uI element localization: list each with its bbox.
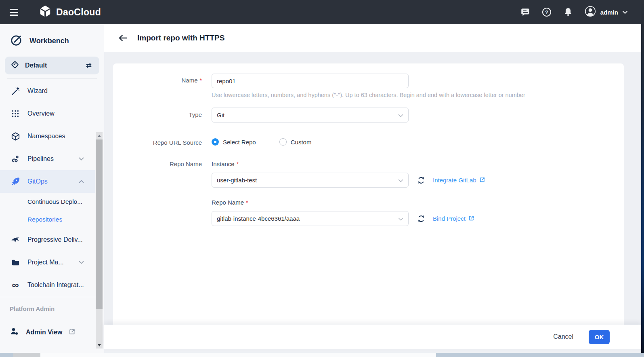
sidebar-item-toolchain-integration[interactable]: ∞ Toolchain Integrat... [0,274,95,296]
sidebar-item-progressive-delivery[interactable]: Progressive Deliv... [0,228,95,251]
name-input[interactable] [212,74,409,88]
type-select[interactable]: Git [212,108,409,123]
user-name: admin [600,9,618,16]
form-row-repo-url-source: Repo URL Source Select Repo Custom [113,135,624,146]
sidebar-item-project-management[interactable]: Project Ma... [0,251,95,274]
admin-user-icon [10,327,19,338]
back-button[interactable] [118,33,128,43]
folder-icon [10,258,20,267]
chevron-down-icon [79,261,84,264]
window-horizontal-scrollbar[interactable] [0,353,644,357]
workbench-icon [10,34,23,48]
scrollbar-down-arrow[interactable] [96,342,103,349]
repo-name-select-value: gitlab-instance-4bce6361/aaaa [217,215,300,222]
instance-field: Instance* user-gitlab-test [212,161,485,188]
sidebar-divider [0,297,97,297]
workspace-icon [10,60,19,71]
instance-select-value: user-gitlab-test [217,177,257,184]
name-label: Name* [113,74,202,98]
sidebar-nav: Wizard Overview [0,80,104,296]
refresh-instances-icon[interactable] [417,176,426,185]
chevron-up-icon [79,180,84,183]
integrate-gitlab-link[interactable]: Integrate GitLab [433,177,485,184]
ok-button[interactable]: OK [589,330,610,344]
user-menu[interactable]: admin [584,5,628,19]
radio-custom-label: Custom [291,139,312,146]
daocloud-cube-icon [38,4,52,20]
form-card: Name* Use lowercase letters, numbers, an… [113,63,624,334]
external-link-icon [479,177,485,184]
cube-icon [10,131,20,141]
sidebar-item-continuous-deployment[interactable]: Continuous Deplo... [0,193,95,211]
sidebar-item-label: Wizard [27,87,48,95]
repo-name-select[interactable]: gitlab-instance-4bce6361/aaaa [212,211,409,226]
sidebar-item-gitops[interactable]: GitOps [0,170,95,193]
radio-on-icon[interactable] [212,138,219,146]
wand-icon [10,86,20,96]
page-titlebar: Import repo with HTTPS [104,24,641,52]
select-chevron-down-icon [398,112,403,119]
sidebar-item-label: Continuous Deplo... [27,198,82,205]
sidebar-item-label: Toolchain Integrat... [27,281,84,289]
help-icon[interactable]: ? [541,7,552,17]
repo-name-field: Repo Name* gitlab-instance-4bce6361/aaaa [212,199,485,226]
external-link-icon [69,328,76,337]
sidebar-item-overview[interactable]: Overview [0,102,95,125]
sidebar-divider [7,78,97,79]
brand-logo[interactable]: DaoCloud [38,4,101,20]
cancel-button[interactable]: Cancel [553,333,573,340]
main-content: Import repo with HTTPS Name* Use lowerca… [104,24,641,353]
sidebar-item-label: Progressive Deliv... [27,236,83,243]
form-footer: Cancel OK [104,325,641,349]
name-helper-text: Use lowercase letters, numbers, and hyph… [212,92,525,98]
form-row-name: Name* Use lowercase letters, numbers, an… [113,74,624,98]
switch-workspace-icon[interactable] [85,61,93,70]
form-row-repo-name-group: Repo Name Instance* user-gitlab-test [113,161,624,226]
pipeline-icon [10,154,20,164]
sidebar-item-label: Repositories [27,216,62,223]
sidebar-item-label: Pipelines [27,155,54,163]
workbench-label: Workbench [29,37,69,45]
type-label: Type [113,108,202,123]
workspace-selector[interactable]: Default [5,57,99,74]
sidebar-item-namespaces[interactable]: Pipelines Namespaces [0,125,95,148]
scrollbar-track-segment [13,353,40,357]
bind-project-link[interactable]: Bind Project [433,215,474,222]
menu-hamburger-icon[interactable] [10,7,20,17]
sidebar-workbench-header[interactable]: Workbench [0,24,104,56]
repo-url-source-label: Repo URL Source [113,135,202,146]
window-vertical-scrollbar[interactable] [641,0,644,353]
radio-select-repo[interactable]: Select Repo [212,138,256,146]
external-link-icon [468,215,474,222]
grid-dots-icon [10,109,20,118]
sidebar-item-admin-view[interactable]: Admin View [10,327,104,338]
radio-off-icon[interactable] [279,138,287,146]
sidebar-item-pipelines[interactable]: Pipelines [0,148,95,170]
sidebar-scrollbar[interactable] [96,132,103,349]
infinity-icon: ∞ [10,280,20,290]
select-chevron-down-icon [398,177,403,184]
required-mark: * [200,77,202,84]
scrollbar-up-arrow[interactable] [96,132,103,139]
chat-icon[interactable] [520,7,531,17]
repo-name-group-label: Repo Name [113,161,202,226]
top-header: DaoCloud ? [0,0,644,24]
sidebar: Workbench Default [0,24,104,353]
brand-name: DaoCloud [56,7,101,18]
scrollbar-thumb[interactable] [96,139,103,309]
bird-icon [10,235,20,245]
instance-select[interactable]: user-gitlab-test [212,173,409,188]
refresh-repos-icon[interactable] [417,214,426,223]
sidebar-item-repositories[interactable]: Repositories [0,211,95,228]
app-window: DaoCloud ? [0,0,644,357]
admin-view-label: Admin View [26,329,62,336]
sidebar-item-label: GitOps [27,178,48,185]
sidebar-item-label: Project Ma... [27,259,64,266]
required-mark: * [237,161,239,167]
select-chevron-down-icon [398,215,403,222]
sidebar-item-wizard[interactable]: Wizard [0,80,95,102]
notifications-bell-icon[interactable] [563,7,573,17]
horizontal-scrollbar-thumb[interactable] [40,353,436,357]
chevron-down-icon [79,157,84,161]
radio-custom[interactable]: Custom [279,138,312,146]
